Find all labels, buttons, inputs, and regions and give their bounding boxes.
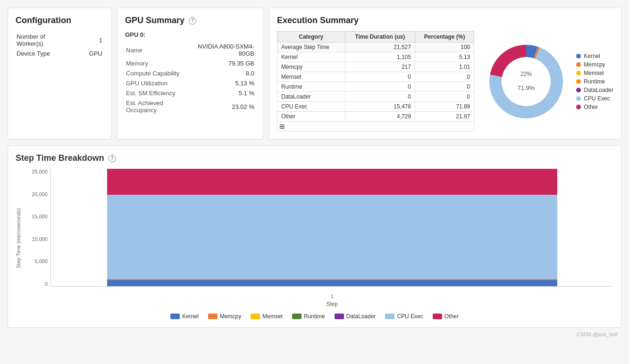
y-axis-label: Step Time (microseconds) <box>16 169 25 307</box>
legend-item-memset: Memset <box>576 70 613 76</box>
exec-content: Category Time Duration (us) Percentage (… <box>277 31 613 132</box>
config-label-device: Device Type <box>17 49 79 58</box>
y-tick: 5,000 <box>34 258 48 264</box>
donut-legend: KernelMemcpyMemsetRuntimeDataLoaderCPU E… <box>576 53 613 110</box>
gpu-row: Est. Achieved Occupancy23.02 % <box>126 99 254 115</box>
bar-segment-kernel <box>107 280 557 286</box>
donut-wrap: 22% 71.9% KernelMemcpyMemsetRuntimeDataL… <box>484 31 613 132</box>
legend-dot <box>576 88 581 92</box>
config-value-workers: 1 <box>80 32 102 48</box>
gpu-row: NameNVIDIA A800-SXM4-80GB <box>126 42 254 58</box>
config-value-device: GPU <box>80 49 102 58</box>
exec-table-row: Memset00 <box>277 72 474 82</box>
legend-item-memcpy: Memcpy <box>576 61 613 68</box>
exec-percentage: 21.97 <box>415 112 474 122</box>
bottom-legend-label: Kernel <box>182 313 199 320</box>
legend-label: CPU Exec <box>584 95 610 102</box>
y-tick: 25,000 <box>32 169 48 174</box>
bottom-legend-item-cpu exec: CPU Exec <box>385 313 423 320</box>
exec-percentage: 0 <box>415 72 474 82</box>
gpu-value: 5.1 % <box>193 89 254 98</box>
page: Configuration Number ofWorker(s) 1 Devic… <box>0 0 629 364</box>
config-table: Number ofWorker(s) 1 Device Type GPU <box>16 31 103 59</box>
exec-table-row: Other4,72921.97 <box>277 112 474 122</box>
legend-item-cpu exec: CPU Exec <box>576 95 613 102</box>
bottom-legend-item-runtime: Runtime <box>292 313 325 320</box>
gpu-info-icon[interactable]: ? <box>189 17 196 25</box>
y-labels: 25,00020,00015,00010,0005,0000 <box>27 169 50 287</box>
exec-category: Memset <box>277 72 345 82</box>
step-breakdown-panel: Step Time Breakdown ? Step Time (microse… <box>8 145 621 328</box>
exec-table: Category Time Duration (us) Percentage (… <box>277 31 474 132</box>
exec-duration: 0 <box>345 92 415 102</box>
exec-percentage: 0 <box>415 82 474 92</box>
legend-item-kernel: Kernel <box>576 53 613 59</box>
exec-duration: 15,476 <box>345 102 415 112</box>
bottom-legend-box <box>251 314 260 319</box>
legend-dot <box>576 96 581 101</box>
config-label-workers: Number ofWorker(s) <box>17 32 79 48</box>
legend-dot <box>576 105 581 109</box>
bottom-legend-box <box>170 314 180 319</box>
donut-center-label: 22% <box>520 71 532 77</box>
y-tick: 20,000 <box>32 191 48 197</box>
legend-label: DataLoader <box>584 87 613 93</box>
bottom-legend-item-memcpy: Memcpy <box>208 313 241 320</box>
bottom-legend-box <box>335 314 344 319</box>
exec-table-row: CPU Exec15,47671.89 <box>277 102 474 112</box>
bottom-legend: KernelMemcpyMemsetRuntimeDataLoaderCPU E… <box>16 313 613 320</box>
gpu-value: 23.02 % <box>193 99 254 115</box>
gpu-value: 8.0 <box>193 69 254 78</box>
col-percentage: Percentage (%) <box>415 32 474 42</box>
y-tick: 0 <box>45 281 48 287</box>
expand-icon[interactable]: ⊞ <box>279 123 285 130</box>
gpu-row: Memory79.35 GB <box>126 59 254 68</box>
legend-item-other: Other <box>576 104 613 110</box>
legend-label: Memset <box>584 70 604 76</box>
donut-chart: 22% 71.9% <box>484 39 569 124</box>
config-row-device: Device Type GPU <box>17 49 102 58</box>
gpu-value: 79.35 GB <box>193 59 254 68</box>
bar-segment-cpu exec <box>107 195 557 279</box>
bottom-legend-item-dataloader: DataLoader <box>335 313 376 320</box>
exec-duration: 217 <box>345 62 415 72</box>
exec-category: Runtime <box>277 82 345 92</box>
exec-table-row: DataLoader00 <box>277 92 474 102</box>
legend-label: Memcpy <box>584 61 605 68</box>
gpu-table: NameNVIDIA A800-SXM4-80GBMemory79.35 GBC… <box>125 41 255 116</box>
chart-inner: 25,00020,00015,00010,0005,0000 <box>27 169 613 291</box>
chart-container: 25,00020,00015,00010,0005,0000 1 Step <box>27 169 613 307</box>
x-tick-1: 1 <box>330 293 333 299</box>
col-duration: Time Duration (us) <box>345 32 415 42</box>
legend-label: Kernel <box>584 53 600 59</box>
bottom-legend-item-kernel: Kernel <box>170 313 199 320</box>
exec-category: Average Step Time <box>277 42 345 52</box>
gpu-value: 5.13 % <box>193 79 254 88</box>
exec-title: Execution Summary <box>277 16 613 25</box>
exec-category: Memcpy <box>277 62 345 72</box>
gpu-row: Compute Capability8.0 <box>126 69 254 78</box>
bottom-legend-label: CPU Exec <box>397 313 423 320</box>
legend-label: Runtime <box>584 78 605 85</box>
exec-category: Kernel <box>277 52 345 62</box>
col-category: Category <box>277 32 345 42</box>
top-row: Configuration Number ofWorker(s) 1 Devic… <box>8 8 621 140</box>
bars-area <box>50 169 613 287</box>
bottom-legend-item-memset: Memset <box>251 313 283 320</box>
exec-table-footer: ⊞ <box>277 122 474 132</box>
exec-percentage: 71.89 <box>415 102 474 112</box>
legend-dot <box>576 79 581 84</box>
configuration-panel: Configuration Number ofWorker(s) 1 Devic… <box>8 8 111 140</box>
step-title: Step Time Breakdown ? <box>16 153 613 163</box>
exec-duration: 4,729 <box>345 112 415 122</box>
exec-table-header-row: Category Time Duration (us) Percentage (… <box>277 32 474 42</box>
gpu-label: Est. Achieved Occupancy <box>126 99 192 115</box>
gpu-section: GPU 0: <box>125 31 255 38</box>
bottom-legend-label: Other <box>444 313 459 320</box>
gpu-label: Name <box>126 42 192 58</box>
legend-dot <box>576 71 581 75</box>
exec-table-row: Average Step Time21,527100 <box>277 42 474 52</box>
y-tick: 15,000 <box>32 214 48 219</box>
step-info-icon[interactable]: ? <box>109 155 116 162</box>
bottom-legend-label: Memcpy <box>220 313 241 320</box>
